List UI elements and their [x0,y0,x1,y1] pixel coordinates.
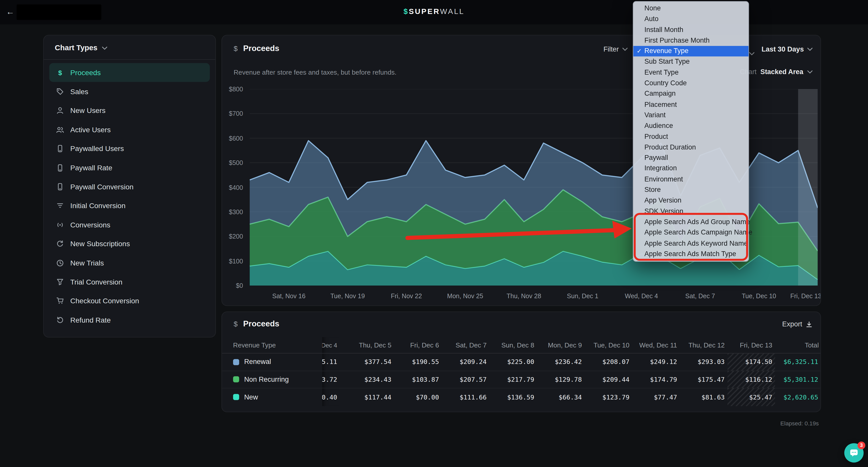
series-swatch [233,394,239,400]
sidebar-item-conversions[interactable]: Conversions [49,215,210,234]
sidebar-item-sales[interactable]: Sales [49,82,210,101]
sidebar-list: $ProceedsSalesNew UsersActive UsersPaywa… [44,60,215,333]
column-header-revenue-type: Revenue Type [222,337,322,354]
dollar-icon: $ [56,69,64,77]
chat-widget-button[interactable]: 3 [844,443,864,462]
y-tick: $400 [229,184,243,191]
series-swatch [233,376,239,382]
sidebar-item-active-users[interactable]: Active Users [49,120,210,139]
sidebar-item-label: Refund Rate [70,316,111,324]
sidebar-item-label: Paywall Rate [70,163,112,172]
chart-types-header[interactable]: Chart Types [44,36,215,60]
y-tick: $500 [229,159,243,166]
menu-item-none[interactable]: None [633,3,748,14]
cell-non-recurring-dec-4: 3.72 [322,371,339,389]
column-header-fri-dec-6: Fri, Dec 6 [394,337,442,354]
chart-panel-title: Proceeds [243,44,279,53]
menu-item-install-month[interactable]: Install Month [633,25,748,35]
x-axis: Sat, Nov 16Tue, Nov 19Fri, Nov 22Mon, No… [250,293,818,302]
menu-item-apple-search-ads-campaign-name[interactable]: Apple Search Ads Campaign Name [633,227,748,238]
redacted-account-selector[interactable] [17,4,101,20]
sidebar-item-new-users[interactable]: New Users [49,101,210,120]
x-tick: Tue, Nov 19 [331,293,365,299]
app: ← $SUPERWALL Chart Types $ProceedsSalesN… [0,0,868,467]
menu-item-audience[interactable]: Audience [633,121,748,131]
group-by-select-chevron[interactable] [749,47,755,57]
menu-item-paywall[interactable]: Paywall [633,153,748,163]
y-tick: $200 [229,233,243,240]
row-label-renewal: Renewal [222,354,322,371]
sidebar-item-trial-conversion[interactable]: Trial Conversion [49,272,210,291]
y-tick: $100 [229,258,243,264]
cell-renewal-tue-dec-10: $208.07 [585,354,632,371]
cell-new-thu-dec-12: $81.63 [680,389,727,406]
cell-non-recurring-mon-dec-9: $129.78 [537,371,585,389]
y-tick: $800 [229,86,243,92]
menu-item-store[interactable]: Store [633,185,748,195]
cell-non-recurring-wed-dec-11: $174.79 [632,371,680,389]
sidebar-item-label: New Trials [70,259,104,267]
phone-icon [56,182,64,191]
menu-item-variant[interactable]: Variant [633,110,748,121]
date-range-button[interactable]: Last 30 Days [762,45,813,53]
proceeds-table[interactable]: Revenue TypeDec 4Thu, Dec 5Fri, Dec 6Sat… [222,337,820,406]
menu-item-first-purchase-month[interactable]: First Purchase Month [633,35,748,46]
x-tick: Fri, Nov 22 [391,293,422,299]
menu-item-apple-search-ads-match-type[interactable]: Apple Search Ads Match Type [633,249,748,260]
cell-non-recurring-thu-dec-5: $234.43 [339,371,394,389]
chevron-down-icon [102,46,107,49]
menu-item-apple-search-ads-keyword-name[interactable]: Apple Search Ads Keyword Name [633,238,748,249]
menu-item-event-type[interactable]: Event Type [633,67,748,78]
sidebar-item-proceeds[interactable]: $Proceeds [49,63,210,82]
cell-renewal-sun-dec-8: $225.00 [489,354,537,371]
user-icon [56,107,64,115]
menu-item-revenue-type[interactable]: ✓Revenue Type [633,46,748,57]
sidebar-item-paywall-conversion[interactable]: Paywall Conversion [49,177,210,196]
menu-item-placement[interactable]: Placement [633,99,748,110]
clock-icon [56,259,64,267]
cell-non-recurring-total: $5,301.12 [775,371,821,389]
sidebar-item-refund-rate[interactable]: Refund Rate [49,310,210,329]
chart-types-sidebar: Chart Types $ProceedsSalesNew UsersActiv… [43,35,216,337]
sidebar-item-new-subscriptions[interactable]: New Subscriptions [49,234,210,253]
sidebar-item-label: Trial Conversion [70,278,122,286]
sidebar-item-paywall-rate[interactable]: Paywall Rate [49,158,210,177]
x-tick: Tue, Dec 10 [742,293,776,299]
chart-type-selector[interactable]: Chart Stacked Area [740,68,813,76]
funnel-icon [56,278,64,286]
cell-non-recurring-fri-dec-6: $103.87 [394,371,442,389]
proceeds-table-panel: $ Proceeds Export Revenue TypeDec 4Thu, … [221,311,821,412]
column-header-wed-dec-11: Wed, Dec 11 [632,337,680,354]
menu-item-product-duration[interactable]: Product Duration [633,142,748,153]
menu-item-campaign[interactable]: Campaign [633,89,748,99]
back-arrow-icon[interactable]: ← [6,7,14,16]
export-button[interactable]: Export [782,320,813,328]
sidebar-item-initial-conversion[interactable]: Initial Conversion [49,196,210,215]
sidebar-item-checkout-conversion[interactable]: Checkout Conversion [49,291,210,310]
series-swatch [233,359,239,365]
column-header-dec-4: Dec 4 [322,337,339,354]
sidebar-item-label: Paywalled Users [70,145,124,153]
signal-icon [56,221,64,229]
cell-non-recurring-tue-dec-10: $209.44 [585,371,632,389]
column-header-thu-dec-5: Thu, Dec 5 [339,337,394,354]
sidebar-item-new-trials[interactable]: New Trials [49,253,210,272]
chevron-down-icon [749,52,755,55]
menu-item-sdk-version[interactable]: SDK Version [633,206,748,217]
menu-item-apple-search-ads-ad-group-name[interactable]: Apple Search Ads Ad Group Name [633,217,748,227]
x-tick: Sat, Nov 16 [272,293,306,299]
table-panel-title: Proceeds [243,319,279,328]
cell-renewal-thu-dec-12: $293.03 [680,354,727,371]
menu-item-environment[interactable]: Environment [633,174,748,185]
menu-item-product[interactable]: Product [633,131,748,142]
y-tick: $0 [236,282,243,289]
filter-button[interactable]: Filter [603,45,627,53]
menu-item-integration[interactable]: Integration [633,163,748,174]
sidebar-item-paywalled-users[interactable]: Paywalled Users [49,139,210,158]
column-header-thu-dec-12: Thu, Dec 12 [680,337,727,354]
menu-item-app-version[interactable]: App Version [633,195,748,206]
sidebar-item-label: New Users [70,107,106,115]
menu-item-auto[interactable]: Auto [633,14,748,25]
menu-item-sub-start-type[interactable]: Sub Start Type [633,57,748,67]
menu-item-country-code[interactable]: Country Code [633,78,748,89]
